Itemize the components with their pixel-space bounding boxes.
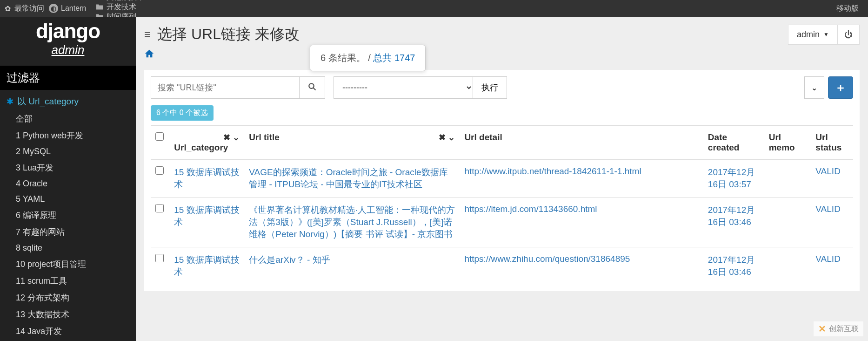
sidebar-item[interactable]: 7 有趣的网站 [16, 224, 129, 240]
row-detail-link[interactable]: http://www.itpub.net/thread-1842611-1-1.… [464, 166, 641, 176]
logo: django admin [0, 17, 136, 66]
folder-icon [95, 0, 104, 0]
watermark-text: 创新互联 [829, 324, 859, 334]
content-box: --------- 执行 ⌄ ＋ 6 个中 0 个被选 ✖ ⌄ Url_cate… [144, 70, 860, 291]
col-control-icons[interactable]: ✖ ⌄ [439, 132, 455, 143]
col-title[interactable]: ✖ ⌄ Url title [244, 126, 460, 160]
row-date: 2017年12月16日 03:46 [708, 255, 755, 277]
svg-point-0 [309, 83, 314, 89]
logo-sub: admin [0, 43, 136, 57]
filter-group[interactable]: ✱ 以 Url_category [0, 90, 136, 110]
sidebar-item[interactable]: 6 编译原理 [16, 207, 129, 224]
row-detail-link[interactable]: https://www.zhihu.com/question/31864895 [464, 254, 630, 264]
most-visited-link[interactable]: 最常访问 [14, 4, 44, 14]
add-button[interactable]: ＋ [828, 76, 853, 99]
sidebar-item[interactable]: 14 Java开发 [16, 323, 129, 340]
row-title-link[interactable]: VAGE的探索频道：Oracle时间之旅 - Oracle数据库管理 - ITP… [249, 167, 447, 189]
tooltip-sep: / [368, 53, 371, 63]
chevron-down-icon: ⌄ [811, 83, 817, 92]
sidebar-item[interactable]: 5 YAML [16, 191, 129, 207]
bookmark-folder[interactable]: 开发技术 [95, 2, 159, 12]
gear-icon[interactable]: ✿ [5, 4, 11, 13]
row-date: 2017年12月16日 03:57 [708, 167, 755, 189]
row-status: VALID [815, 166, 841, 176]
row-detail-link[interactable]: https://item.jd.com/11343660.html [464, 204, 597, 214]
logo-main: django [0, 20, 136, 43]
col-memo[interactable]: Url memo [764, 126, 811, 160]
col-date[interactable]: Date created [703, 126, 764, 160]
sidebar-item[interactable]: 2 MySQL [16, 144, 129, 159]
sidebar-item[interactable]: 4 Oracle [16, 176, 129, 191]
search-button[interactable] [300, 76, 325, 99]
filter-items: 全部1 Python web开发2 MySQL3 Lua开发4 Oracle5 … [0, 110, 136, 341]
user-menu[interactable]: admin ▼ [788, 25, 838, 45]
watermark: ✕ 创新互联 [814, 321, 863, 336]
logout-button[interactable]: ⏻ [838, 25, 860, 45]
sidebar-item[interactable]: 3 Lua开发 [16, 159, 129, 176]
svg-line-1 [313, 88, 315, 90]
data-table: ✖ ⌄ Url_category ✖ ⌄ Url title Url detai… [151, 125, 853, 285]
star-icon: ✱ [7, 96, 13, 107]
sidebar-item[interactable]: 10 project项目管理 [16, 256, 129, 273]
row-title-link[interactable]: 什么是arXiv？ - 知乎 [249, 255, 330, 265]
total-link[interactable]: 总共 1747 [373, 53, 415, 63]
row-category-link[interactable]: 15 数据库调试技术 [174, 255, 239, 277]
home-icon[interactable] [144, 48, 154, 61]
table-row: 15 数据库调试技术什么是arXiv？ - 知乎https://www.zhih… [151, 247, 853, 285]
row-category-link[interactable]: 15 数据库调试技术 [174, 167, 239, 189]
search-input[interactable] [151, 76, 300, 99]
row-status: VALID [815, 204, 841, 214]
row-title-link[interactable]: 《世界著名计算机教材精选·人工智能：一种现代的方法（第3版）》([美]罗素（St… [249, 205, 454, 239]
search-icon [308, 82, 316, 93]
filter-header: 过滤器 [0, 66, 136, 90]
toggle-columns-button[interactable]: ⌄ [804, 76, 824, 99]
caret-down-icon: ▼ [823, 31, 829, 38]
results-tooltip: 6 条结果。 / 总共 1747 [310, 45, 426, 71]
table-row: 15 数据库调试技术VAGE的探索频道：Oracle时间之旅 - Oracle数… [151, 160, 853, 198]
action-select[interactable]: --------- [334, 76, 473, 99]
sidebar-item[interactable]: 8 sqlite [16, 240, 129, 256]
page-title: 选择 URL链接 来修改 [157, 24, 788, 45]
sidebar-item[interactable]: 13 大数据技术 [16, 306, 129, 323]
row-checkbox[interactable] [155, 166, 164, 175]
browser-bookmarks-bar: ✿ 最常访问 ◐ Lantern 工作2工作1大数据OracleMySQL其他数… [0, 0, 868, 17]
row-checkbox[interactable] [155, 204, 164, 212]
menu-icon[interactable]: ≡ [144, 28, 151, 41]
main-panel: ≡ 选择 URL链接 来修改 admin ▼ ⏻ 6 条结果。 / 总共 174… [136, 17, 868, 341]
col-control-icons[interactable]: ✖ ⌄ [223, 132, 240, 143]
row-category-link[interactable]: 15 数据库调试技术 [174, 205, 239, 227]
sidebar-item[interactable]: 1 Python web开发 [16, 127, 129, 144]
sidebar-item[interactable]: 12 分布式架构 [16, 289, 129, 306]
select-all-checkbox[interactable] [155, 132, 164, 141]
sidebar-item[interactable]: 全部 [16, 110, 129, 127]
watermark-icon: ✕ [818, 323, 826, 334]
col-detail[interactable]: Url detail [460, 126, 703, 160]
mobile-link[interactable]: 移动版 [836, 4, 859, 14]
row-date: 2017年12月16日 03:46 [708, 205, 755, 227]
bookmark-lantern[interactable]: ◐ Lantern [49, 4, 86, 13]
col-status[interactable]: Url status [811, 126, 853, 160]
exec-button[interactable]: 执行 [473, 76, 507, 99]
row-status: VALID [815, 254, 841, 264]
github-icon: ◐ [49, 4, 58, 13]
filter-group-label: 以 Url_category [17, 95, 79, 108]
results-count: 6 条结果。 [320, 53, 366, 63]
folder-icon [95, 4, 104, 10]
selection-badge: 6 个中 0 个被选 [151, 105, 214, 121]
row-checkbox[interactable] [155, 254, 164, 262]
col-category[interactable]: ✖ ⌄ Url_category [169, 126, 244, 160]
user-label: admin [797, 30, 820, 40]
sidebar: django admin 过滤器 ✱ 以 Url_category 全部1 Py… [0, 17, 136, 341]
sidebar-item[interactable]: 11 scrum工具 [16, 273, 129, 289]
bookmark-label: Lantern [61, 4, 86, 13]
table-row: 15 数据库调试技术《世界著名计算机教材精选·人工智能：一种现代的方法（第3版）… [151, 198, 853, 247]
